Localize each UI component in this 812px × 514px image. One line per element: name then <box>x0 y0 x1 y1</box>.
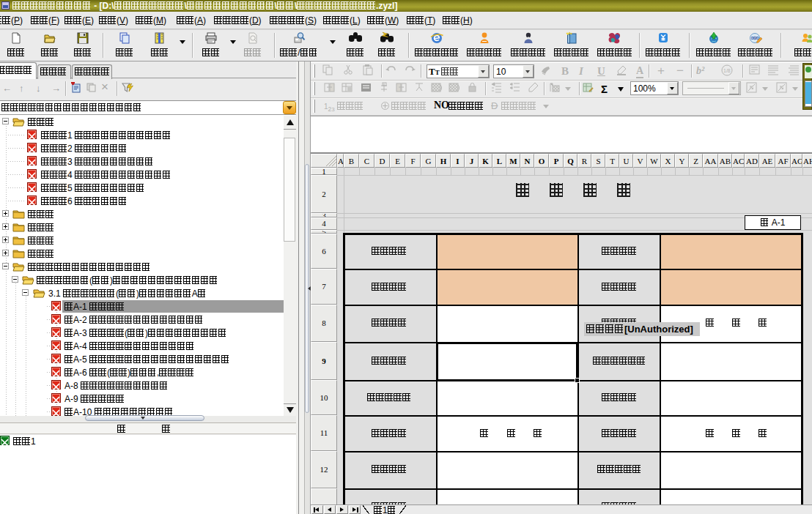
svg-text:DVD: DVD <box>751 36 759 40</box>
svg-text:1/8: 1/8 <box>723 68 731 73</box>
